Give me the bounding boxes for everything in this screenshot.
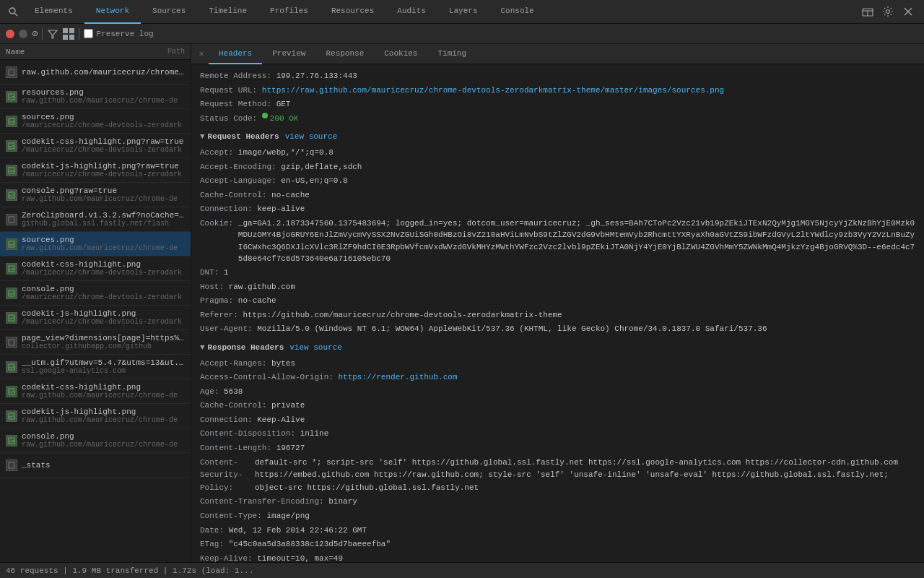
file-path: raw.github.com/mauricecruz/chrome-de — [22, 97, 178, 105]
file-list-item[interactable]: console.png?raw=trueraw.github.com/mauri… — [0, 183, 191, 207]
dock-icon[interactable] — [860, 4, 875, 19]
search-icon[interactable] — [3, 1, 23, 22]
header-key: Content-Length: — [200, 442, 271, 455]
nav-item-layers[interactable]: Layers — [437, 0, 489, 24]
close-icon[interactable] — [901, 4, 915, 19]
file-icon — [6, 435, 17, 447]
tab-cookies[interactable]: Cookies — [374, 44, 427, 64]
file-name: console.png?raw=true — [22, 186, 178, 195]
tab-timing[interactable]: Timing — [427, 44, 476, 64]
request-header-row: Accept: image/webp,*/*;q=0.8 — [200, 147, 915, 160]
request-view-source[interactable]: view source — [285, 131, 338, 144]
nav-item-elements[interactable]: Elements — [23, 0, 84, 24]
file-name: codekit-css-highlight.png — [22, 260, 182, 269]
header-key: Date: — [200, 525, 224, 538]
nav-item-sources[interactable]: Sources — [141, 0, 197, 24]
header-key: Content-Disposition: — [200, 428, 295, 441]
grid-view-icon[interactable] — [63, 28, 74, 40]
file-list-item[interactable]: ZeroClipboard.v1.3.2.swf?noCache=1...git… — [0, 207, 191, 232]
file-list-item[interactable]: console.pngraw.github.com/mauricecruz/ch… — [0, 428, 191, 453]
header-key: Pragma: — [200, 295, 233, 308]
response-headers-label: Response Headers — [208, 342, 284, 355]
response-view-source[interactable]: view source — [289, 342, 342, 355]
file-list-item[interactable]: raw.github.com/mauricecruz/chrome-de — [0, 60, 191, 85]
stop-button[interactable] — [19, 30, 27, 38]
svg-rect-25 — [9, 462, 14, 468]
top-nav: Elements Network Sources Timeline Profil… — [0, 0, 924, 24]
record-button[interactable] — [6, 30, 14, 38]
header-value: default-src *; script-src 'self' https:/… — [255, 457, 915, 495]
nav-item-console[interactable]: Console — [489, 0, 546, 24]
preserve-log-toggle[interactable]: Preserve log — [84, 29, 153, 38]
file-list-item[interactable]: sources.pngraw.github.com/mauricecruz/ch… — [0, 232, 191, 256]
clear-button[interactable]: ⊘ — [32, 27, 38, 40]
file-name: ZeroClipboard.v1.3.2.swf?noCache=1... — [22, 211, 185, 220]
file-list-item[interactable]: codekit-js-highlight.pngraw.github.com/m… — [0, 404, 191, 428]
tab-close-button[interactable]: ✕ — [194, 44, 209, 64]
preserve-log-checkbox[interactable] — [84, 29, 93, 38]
file-list-item[interactable]: resources.pngraw.github.com/mauricecruz/… — [0, 85, 191, 109]
file-path: /mauricecruz/chrome-devtools-zerodark — [22, 171, 182, 178]
header-value: timeout=10, max=49 — [257, 553, 343, 562]
triangle-icon2: ▼ — [200, 342, 205, 355]
header-key: User-Agent: — [200, 323, 253, 336]
filter-icon[interactable] — [47, 28, 58, 40]
file-icon — [6, 337, 17, 348]
file-list-header: Name Path — [0, 44, 191, 60]
file-icon — [6, 91, 17, 103]
header-value: inline — [300, 428, 329, 441]
response-header-row: Cache-Control: private — [200, 400, 915, 413]
tab-preview[interactable]: Preview — [262, 44, 315, 64]
response-header-row: Content-Security-Policy: default-src *; … — [200, 457, 915, 495]
header-key: Content-Type: — [200, 510, 262, 523]
header-key: Accept-Language: — [200, 175, 276, 188]
response-header-row: ETag: "c45c0aa5d3a88338c123d5d7baeeefba" — [200, 538, 915, 551]
file-list-item[interactable]: codekit-js-highlight.png?raw=true/mauric… — [0, 158, 191, 183]
file-path: github.global.ssl.fastly.net/flash — [22, 220, 185, 228]
svg-marker-8 — [48, 30, 57, 38]
path-header: Path — [167, 48, 185, 56]
file-list-item[interactable]: codekit-css-highlight.png?raw=true/mauri… — [0, 134, 191, 158]
remote-address-key: Remote Address: — [200, 70, 271, 83]
nav-item-resources[interactable]: Resources — [320, 0, 385, 24]
nav-item-profiles[interactable]: Profiles — [258, 0, 320, 24]
tab-bar: ✕ Headers Preview Response Cookies Timin… — [191, 44, 924, 64]
header-key: Connection: — [200, 414, 253, 427]
file-list-item[interactable]: codekit-css-highlight.png/mauricecruz/ch… — [0, 256, 191, 281]
header-key: Accept-Encoding: — [200, 161, 276, 174]
file-list-item[interactable]: codekit-js-highlight.png/mauricecruz/chr… — [0, 306, 191, 330]
header-value: Keep-Alive — [257, 414, 305, 427]
request-header-row: Cache-Control: no-cache — [200, 189, 915, 202]
nav-item-network[interactable]: Network — [84, 0, 141, 24]
header-value: Mozilla/5.0 (Windows NT 6.1; WOW64) Appl… — [257, 323, 767, 336]
status-code-key: Status Code: — [200, 113, 257, 126]
nav-item-timeline[interactable]: Timeline — [197, 0, 258, 24]
settings-icon[interactable] — [881, 4, 895, 19]
name-header: Name — [6, 48, 167, 56]
file-name: page_view?dimensions[page]=https%... — [22, 334, 185, 342]
header-key: ETag: — [200, 538, 224, 551]
tab-response[interactable]: Response — [315, 44, 374, 64]
file-list-item[interactable]: page_view?dimensions[page]=https%...coll… — [0, 330, 191, 355]
file-list-item[interactable]: _stats — [0, 453, 191, 478]
status-code-value: 200 OK — [270, 113, 299, 126]
remote-address-value: 199.27.76.133:443 — [276, 70, 357, 83]
file-name: codekit-css-highlight.png?raw=true — [22, 137, 183, 146]
request-header-row: Pragma: no-cache — [200, 295, 915, 308]
file-icon — [6, 410, 17, 422]
file-list-item[interactable]: codekit-css-highlight.pngraw.github.com/… — [0, 379, 191, 404]
header-value: 5638 — [224, 386, 243, 399]
file-list-item[interactable]: console.png/mauricecruz/chrome-devtools-… — [0, 281, 191, 306]
header-key: Cache-Control: — [200, 189, 266, 202]
triangle-icon: ▼ — [200, 131, 205, 144]
svg-point-0 — [9, 8, 15, 14]
main-layout: Name Path raw.github.com/mauricecruz/chr… — [0, 44, 924, 562]
tab-headers[interactable]: Headers — [209, 44, 262, 64]
file-list-item[interactable]: __utm.gif?utmwv=5.4.7&utms=13&ut...ssl.g… — [0, 355, 191, 379]
header-key: Referer: — [200, 309, 238, 322]
file-list-item[interactable]: sources.png/mauricecruz/chrome-devtools-… — [0, 109, 191, 134]
header-value: https://github.com/mauricecruz/chrome-de… — [243, 309, 562, 322]
header-value: raw.github.com — [229, 281, 295, 294]
toolbar: ⊘ Preserve log — [0, 24, 924, 44]
nav-item-audits[interactable]: Audits — [385, 0, 437, 24]
